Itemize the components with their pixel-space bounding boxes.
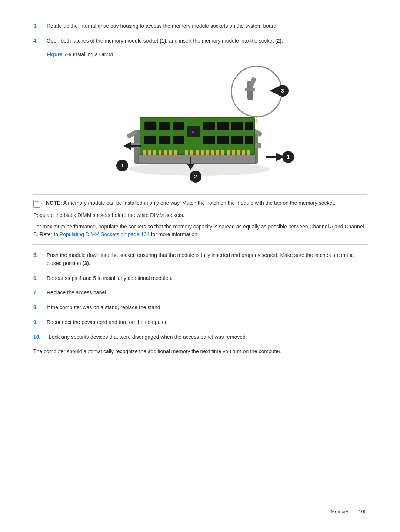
svg-rect-32: [144, 122, 156, 130]
note-icon: ✎: [33, 200, 44, 208]
figure-caption: Figure 7-6 Installing a DIMM: [47, 51, 367, 57]
svg-rect-31: [247, 150, 250, 155]
ref-2: (2): [275, 38, 281, 44]
svg-text:3: 3: [281, 88, 284, 94]
step-5: 5. Push the module down into the socket,…: [33, 251, 367, 267]
svg-rect-25: [216, 150, 219, 155]
step-7-text: Replace the access panel.: [47, 289, 367, 297]
step-8-text: If the computer was on a stand, replace …: [47, 304, 367, 312]
svg-rect-30: [242, 150, 245, 155]
step-7: 7. Replace the access panel.: [33, 289, 367, 297]
closing-paragraph: The computer should automatically recogn…: [33, 348, 367, 356]
svg-rect-37: [217, 122, 229, 130]
svg-rect-21: [196, 150, 199, 155]
step-5-text: Push the module down into the socket, en…: [47, 251, 367, 267]
svg-rect-44: [217, 136, 229, 144]
step-3-text: Rotate up the internal drive bay housing…: [47, 22, 367, 30]
footer-page: 105: [359, 509, 367, 514]
note-header: ✎ NOTE: A memory module can be installed…: [33, 199, 367, 208]
footer-section: Memory: [331, 509, 348, 514]
svg-rect-29: [237, 150, 240, 155]
svg-marker-49: [123, 141, 131, 150]
svg-rect-36: [203, 122, 215, 130]
svg-rect-8: [139, 155, 255, 163]
svg-rect-41: [159, 136, 170, 144]
step-4-text: Open both latches of the memory module s…: [47, 37, 367, 45]
step-4: 4. Open both latches of the memory modul…: [33, 37, 367, 45]
svg-rect-16: [164, 150, 167, 155]
dimm-sockets-link[interactable]: Populating DIMM Sockets on page 104: [60, 231, 150, 237]
svg-rect-19: [185, 150, 188, 155]
figure-caption-text: Installing a DIMM: [73, 51, 113, 57]
step-9-text: Reconnect the power cord and turn on the…: [47, 318, 367, 327]
step-8: 8. If the computer was on a stand, repla…: [33, 304, 367, 312]
step-10: 10. Lock any security devices that were …: [33, 333, 367, 341]
svg-rect-20: [190, 150, 193, 155]
svg-rect-42: [173, 136, 184, 144]
svg-rect-65: [34, 200, 40, 207]
svg-rect-27: [227, 150, 230, 155]
step-9-number: 9.: [33, 318, 47, 327]
svg-rect-34: [159, 122, 170, 130]
svg-text:1: 1: [287, 154, 290, 160]
dimm-svg: IC 1 2: [114, 62, 299, 188]
note-para-2: Populate the black DIMM sockets before t…: [33, 211, 367, 219]
ref-1: (1): [160, 38, 166, 44]
svg-rect-22: [201, 150, 204, 155]
step-10-text: Lock any security devices that were dise…: [49, 333, 367, 341]
step-7-number: 7.: [33, 289, 47, 297]
svg-rect-46: [245, 136, 253, 144]
svg-rect-40: [144, 136, 156, 144]
svg-rect-26: [221, 150, 224, 155]
svg-rect-14: [153, 150, 156, 155]
figure-block: Figure 7-6 Installing a DIMM: [47, 51, 367, 188]
footer: Memory 105: [331, 509, 367, 514]
svg-rect-35: [173, 122, 184, 130]
note-para-3: For maximum performance, populate the so…: [33, 223, 367, 238]
svg-rect-12: [143, 150, 146, 155]
step-3-number: 3.: [33, 22, 47, 30]
svg-rect-39: [245, 122, 253, 130]
figure-image: IC 1 2: [114, 62, 299, 188]
note-text: NOTE: A memory module can be installed i…: [46, 199, 335, 207]
svg-rect-56: [245, 88, 255, 91]
ref-3: (3): [83, 260, 89, 266]
svg-rect-24: [211, 150, 214, 155]
svg-rect-38: [231, 122, 243, 130]
svg-text:IC: IC: [192, 130, 195, 133]
step-6-number: 6.: [33, 274, 47, 282]
svg-rect-23: [206, 150, 209, 155]
svg-text:1: 1: [121, 163, 124, 168]
note-text-1: A memory module can be installed in only…: [63, 200, 335, 206]
note-label: NOTE:: [46, 200, 62, 206]
step-8-number: 8.: [33, 304, 47, 312]
page-content: 3. Rotate up the internal drive bay hous…: [0, 0, 400, 385]
step-6: 6. Repeat steps 4 and 5 to install any a…: [33, 274, 367, 282]
svg-text:2: 2: [194, 174, 197, 180]
svg-rect-43: [203, 136, 215, 144]
svg-text:✎: ✎: [41, 202, 44, 205]
figure-label: Figure 7-6: [47, 51, 71, 57]
step-3: 3. Rotate up the internal drive bay hous…: [33, 22, 367, 30]
arrow-right: [266, 153, 284, 161]
step-9: 9. Reconnect the power cord and turn on …: [33, 318, 367, 327]
svg-rect-28: [232, 150, 235, 155]
svg-rect-17: [169, 150, 172, 155]
step-6-text: Repeat steps 4 and 5 to install any addi…: [47, 274, 367, 282]
note-box: ✎ NOTE: A memory module can be installed…: [33, 194, 367, 245]
step-5-number: 5.: [33, 251, 47, 267]
svg-rect-18: [174, 150, 177, 155]
svg-rect-15: [159, 150, 161, 155]
step-10-number: 10.: [33, 333, 49, 341]
svg-rect-13: [148, 150, 151, 155]
svg-rect-45: [231, 136, 243, 144]
step-4-number: 4.: [33, 37, 47, 45]
